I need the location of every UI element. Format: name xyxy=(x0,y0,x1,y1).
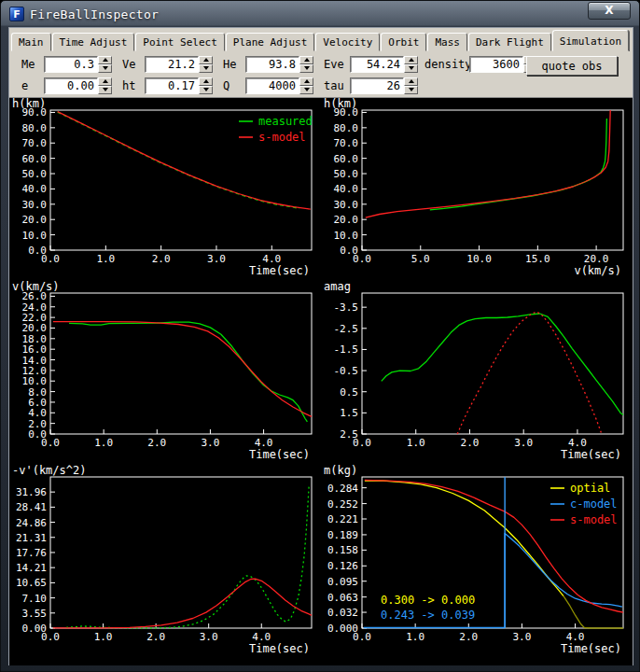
param-q-input[interactable] xyxy=(245,77,299,94)
svg-text:0.032: 0.032 xyxy=(327,607,358,619)
param-ve-input[interactable] xyxy=(145,56,199,73)
svg-text:optial: optial xyxy=(570,482,610,495)
titlebar[interactable]: F FireBallInspector X xyxy=(1,1,639,27)
svg-text:0.300 -> 0.000: 0.300 -> 0.000 xyxy=(381,594,475,607)
param-me-label: Me xyxy=(21,58,44,71)
param-me: Me xyxy=(21,56,122,73)
parameter-row-2: e ht Q tau xyxy=(9,75,633,96)
svg-text:0.0: 0.0 xyxy=(353,437,371,449)
param-ve-label: Ve xyxy=(122,58,145,71)
tab-dark-flight[interactable]: Dark Flight xyxy=(468,33,551,51)
svg-text:v(km/s): v(km/s) xyxy=(574,264,621,277)
spinner-down-button[interactable] xyxy=(199,86,213,94)
svg-text:24.86: 24.86 xyxy=(16,517,47,529)
param-tau-spinner xyxy=(404,77,418,94)
tab-simulation[interactable]: Simulation xyxy=(552,30,629,51)
spinner-down-button[interactable] xyxy=(199,64,213,73)
param-density-input[interactable] xyxy=(469,56,523,73)
param-eve-input[interactable] xyxy=(350,56,404,73)
svg-text:0.221: 0.221 xyxy=(327,513,358,525)
svg-text:0.095: 0.095 xyxy=(327,576,358,588)
svg-text:5.0: 5.0 xyxy=(411,253,430,265)
svg-text:Time(sec): Time(sec) xyxy=(249,448,310,461)
spinner-down-button[interactable] xyxy=(404,86,418,94)
svg-text:14.0: 14.0 xyxy=(22,355,48,367)
svg-text:0.189: 0.189 xyxy=(327,529,358,541)
spinner-down-button[interactable] xyxy=(98,86,112,94)
spinner-down-button[interactable] xyxy=(299,64,313,73)
param-ht-input[interactable] xyxy=(145,77,199,94)
parameter-panel: Me Ve He Eve xyxy=(9,51,633,97)
tab-orbit[interactable]: Orbit xyxy=(381,33,426,51)
svg-text:1.0: 1.0 xyxy=(94,631,113,643)
svg-text:60.0: 60.0 xyxy=(334,153,359,165)
svg-text:80.0: 80.0 xyxy=(334,122,359,134)
param-e-input[interactable] xyxy=(44,77,98,94)
svg-text:0.0: 0.0 xyxy=(353,253,371,265)
spinner-up-button[interactable] xyxy=(404,56,418,64)
chart-height-vs-time: h(km)0.010.020.030.040.050.060.070.080.0… xyxy=(9,98,321,281)
tab-mass[interactable]: Mass xyxy=(427,33,467,51)
svg-text:24.0: 24.0 xyxy=(22,301,48,314)
spinner-up-button[interactable] xyxy=(98,77,112,86)
svg-text:60.0: 60.0 xyxy=(22,153,48,165)
svg-text:26.0: 26.0 xyxy=(22,290,48,302)
svg-text:70.0: 70.0 xyxy=(22,137,48,149)
svg-text:amag: amag xyxy=(324,281,351,293)
quote-obs-button[interactable]: quote obs xyxy=(526,56,618,76)
spinner-down-button[interactable] xyxy=(404,64,418,73)
svg-text:measured: measured xyxy=(258,115,313,128)
param-e-label: e xyxy=(21,79,44,92)
svg-text:10.0: 10.0 xyxy=(334,230,359,242)
window-title: FireBallInspector xyxy=(30,7,159,21)
svg-text:Time(sec): Time(sec) xyxy=(249,264,310,277)
tab-plane-adjust[interactable]: Plane Adjust xyxy=(226,33,314,51)
spinner-up-button[interactable] xyxy=(199,56,213,64)
close-button[interactable]: X xyxy=(588,2,631,20)
param-e-spinner xyxy=(98,77,112,94)
svg-text:2.0: 2.0 xyxy=(152,253,171,265)
svg-text:Time(sec): Time(sec) xyxy=(561,642,621,655)
tab-velocity[interactable]: Velocity xyxy=(315,33,380,51)
tab-main[interactable]: Main xyxy=(11,33,51,51)
param-e: e xyxy=(21,77,122,94)
svg-text:20.0: 20.0 xyxy=(22,322,48,334)
param-he-label: He xyxy=(223,58,245,71)
param-he-input[interactable] xyxy=(245,56,299,73)
param-ht: ht xyxy=(122,77,223,94)
svg-text:2.0: 2.0 xyxy=(459,631,478,643)
svg-text:0.252: 0.252 xyxy=(327,498,358,511)
param-eve-spinner xyxy=(404,56,418,73)
param-eve: Eve xyxy=(324,56,424,73)
tab-time-adjust[interactable]: Time Adjust xyxy=(52,33,135,51)
spinner-up-button[interactable] xyxy=(98,56,112,64)
spinner-up-button[interactable] xyxy=(404,77,418,86)
svg-text:-0.5: -0.5 xyxy=(334,365,359,377)
spinner-up-button[interactable] xyxy=(299,77,313,86)
svg-text:4.0: 4.0 xyxy=(28,407,47,419)
svg-text:31.96: 31.96 xyxy=(16,486,47,498)
svg-text:6.0: 6.0 xyxy=(28,397,47,409)
svg-text:18.0: 18.0 xyxy=(22,333,48,345)
param-ve-spinner xyxy=(199,56,213,73)
svg-text:8.0: 8.0 xyxy=(28,386,47,399)
spinner-up-button[interactable] xyxy=(199,77,213,86)
spinner-up-button[interactable] xyxy=(299,56,313,64)
param-q: Q xyxy=(223,77,324,94)
svg-text:17.76: 17.76 xyxy=(16,547,47,559)
svg-text:1.0: 1.0 xyxy=(96,253,115,265)
svg-text:10.65: 10.65 xyxy=(16,577,47,589)
param-q-label: Q xyxy=(223,79,245,92)
param-he: He xyxy=(223,56,324,73)
tab-point-select[interactable]: Point Select xyxy=(135,33,224,51)
spinner-down-button[interactable] xyxy=(299,86,313,94)
param-me-input[interactable] xyxy=(44,56,98,73)
param-tau-input[interactable] xyxy=(350,77,404,94)
svg-text:0.243 -> 0.039: 0.243 -> 0.039 xyxy=(381,609,475,622)
chart-mass-vs-time: m(kg)0.0000.0320.0630.0950.1260.1580.189… xyxy=(321,465,633,665)
param-ve: Ve xyxy=(122,56,223,73)
param-me-spinner xyxy=(98,56,112,73)
chart-height-vs-velocity: h(km)0.010.020.030.040.050.060.070.080.0… xyxy=(321,98,633,281)
spinner-down-button[interactable] xyxy=(98,64,112,73)
svg-text:3.0: 3.0 xyxy=(201,437,219,449)
